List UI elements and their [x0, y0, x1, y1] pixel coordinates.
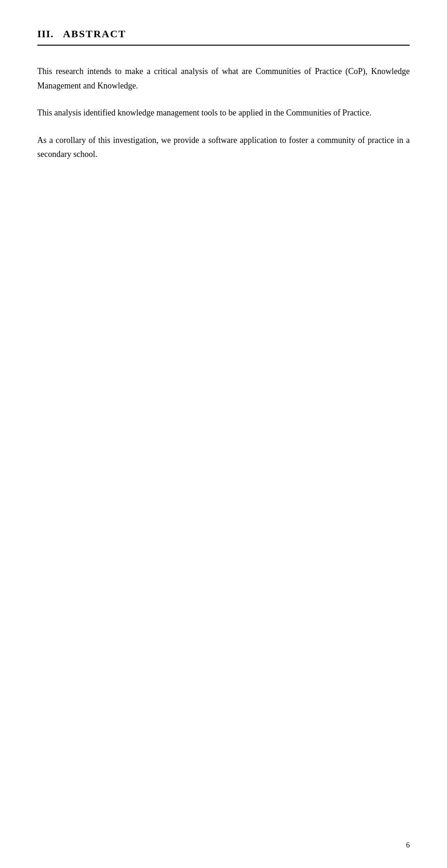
section-header: III. Abstract — [37, 28, 410, 46]
section-content: This research intends to make a critical… — [37, 64, 410, 162]
section-title: Abstract — [63, 28, 126, 40]
paragraph-1: This research intends to make a critical… — [37, 64, 410, 93]
paragraph-3: As a corollary of this investigation, we… — [37, 133, 410, 162]
page: III. Abstract This research intends to m… — [0, 0, 447, 868]
page-number: 6 — [406, 841, 410, 849]
section-number: III. — [37, 28, 54, 40]
paragraph-2: This analysis identified knowledge manag… — [37, 106, 410, 120]
